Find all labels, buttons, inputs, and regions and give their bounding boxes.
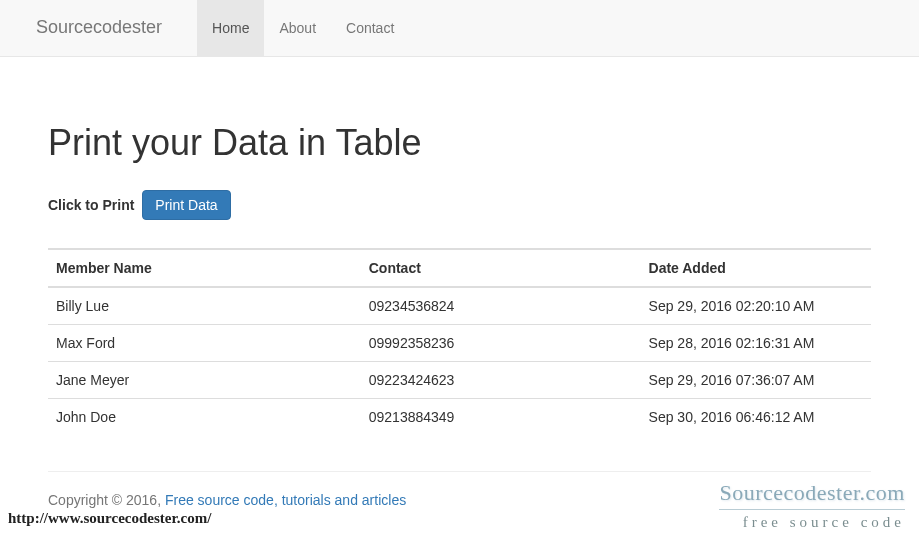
cell-date: Sep 29, 2016 07:36:07 AM (641, 362, 871, 399)
watermark-logo-tagline: free source code (719, 509, 905, 533)
cell-name: Billy Lue (48, 287, 361, 325)
cell-name: John Doe (48, 399, 361, 436)
main-container: Print your Data in Table Click to Print … (0, 117, 919, 510)
cell-name: Max Ford (48, 325, 361, 362)
footer-link[interactable]: Free source code, tutorials and articles (165, 492, 406, 508)
cell-date: Sep 28, 2016 02:16:31 AM (641, 325, 871, 362)
cell-name: Jane Meyer (48, 362, 361, 399)
print-label: Click to Print (48, 195, 134, 215)
table-row: John Doe 09213884349 Sep 30, 2016 06:46:… (48, 399, 871, 436)
watermark-logo: Sourcecodester.com free source code (719, 477, 905, 533)
nav-item-contact[interactable]: Contact (331, 0, 409, 56)
cell-date: Sep 30, 2016 06:46:12 AM (641, 399, 871, 436)
brand-link[interactable]: Sourcecodester (36, 0, 177, 56)
page-title: Print your Data in Table (48, 117, 871, 168)
cell-date: Sep 29, 2016 02:20:10 AM (641, 287, 871, 325)
copyright-text: Copyright © 2016, (48, 492, 165, 508)
divider (48, 471, 871, 472)
cell-contact: 09223424623 (361, 362, 641, 399)
nav-list: Home About Contact (197, 0, 409, 56)
table-row: Max Ford 09992358236 Sep 28, 2016 02:16:… (48, 325, 871, 362)
header-contact: Contact (361, 249, 641, 287)
print-row: Click to Print Print Data (48, 190, 871, 220)
cell-contact: 09213884349 (361, 399, 641, 436)
table-row: Jane Meyer 09223424623 Sep 29, 2016 07:3… (48, 362, 871, 399)
table-row: Billy Lue 09234536824 Sep 29, 2016 02:20… (48, 287, 871, 325)
cell-contact: 09234536824 (361, 287, 641, 325)
nav-item-about[interactable]: About (264, 0, 331, 56)
header-member-name: Member Name (48, 249, 361, 287)
print-data-button[interactable]: Print Data (142, 190, 230, 220)
navbar: Sourcecodester Home About Contact (0, 0, 919, 57)
watermark-logo-title: Sourcecodester.com (719, 477, 905, 508)
table-header-row: Member Name Contact Date Added (48, 249, 871, 287)
watermark-url: http://www.sourcecodester.com/ (8, 508, 211, 529)
data-table: Member Name Contact Date Added Billy Lue… (48, 248, 871, 435)
cell-contact: 09992358236 (361, 325, 641, 362)
header-date-added: Date Added (641, 249, 871, 287)
nav-item-home[interactable]: Home (197, 0, 264, 56)
